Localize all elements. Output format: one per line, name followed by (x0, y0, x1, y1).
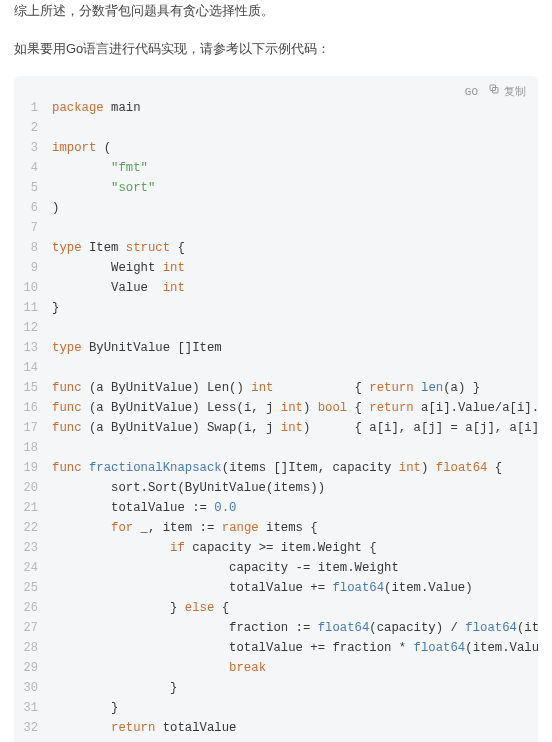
code-content: Weight int (52, 258, 538, 278)
copy-icon (488, 82, 500, 102)
code-content: "fmt" (52, 158, 538, 178)
code-line: 27 fraction := float64(capacity) / float… (14, 618, 538, 638)
line-number: 31 (14, 698, 52, 718)
line-number: 22 (14, 518, 52, 538)
code-line: 24 capacity -= item.Weight (14, 558, 538, 578)
code-line: 18 (14, 438, 538, 458)
code-line: 22 for _, item := range items { (14, 518, 538, 538)
code-content: totalValue := 0.0 (52, 498, 538, 518)
line-number: 15 (14, 378, 52, 398)
code-line: 15func (a ByUnitValue) Len() int { retur… (14, 378, 538, 398)
code-content: } else { (52, 598, 538, 618)
code-line: 9 Weight int (14, 258, 538, 278)
code-content: "sort" (52, 178, 538, 198)
code-content (52, 118, 538, 138)
code-content: return totalValue (52, 718, 538, 738)
line-number: 9 (14, 258, 52, 278)
code-line: 16func (a ByUnitValue) Less(i, j int) bo… (14, 398, 538, 418)
paragraph-intro: 如果要用Go语言进行代码实现，请参考以下示例代码： (14, 38, 538, 60)
code-content: import ( (52, 138, 538, 158)
code-line: 29 break (14, 658, 538, 678)
code-line: 23 if capacity >= item.Weight { (14, 538, 538, 558)
copy-label: 复制 (504, 82, 526, 102)
code-line: 13type ByUnitValue []Item (14, 338, 538, 358)
line-number: 23 (14, 538, 52, 558)
code-line: 7 (14, 218, 538, 238)
code-line: 11} (14, 298, 538, 318)
code-content: break (52, 658, 538, 678)
code-content: } (52, 298, 538, 318)
line-number: 25 (14, 578, 52, 598)
code-block: GO 复制 1package main2 3import (4 "fmt"5 "… (14, 76, 538, 742)
code-content (52, 358, 538, 378)
code-content: capacity -= item.Weight (52, 558, 538, 578)
code-line: 12 (14, 318, 538, 338)
code-content: ) (52, 198, 538, 218)
line-number: 1 (14, 98, 52, 118)
line-number: 5 (14, 178, 52, 198)
line-number: 24 (14, 558, 52, 578)
code-line: 4 "fmt" (14, 158, 538, 178)
code-content: type Item struct { (52, 238, 538, 258)
code-line: 26 } else { (14, 598, 538, 618)
code-content: func (a ByUnitValue) Len() int { return … (52, 378, 538, 398)
code-line: 8type Item struct { (14, 238, 538, 258)
line-number: 28 (14, 638, 52, 658)
line-number: 13 (14, 338, 52, 358)
code-line: 19func fractionalKnapsack(items []Item, … (14, 458, 538, 478)
line-number: 14 (14, 358, 52, 378)
code-line: 28 totalValue += fraction * float64(item… (14, 638, 538, 658)
code-line: 6) (14, 198, 538, 218)
code-content: } (52, 698, 538, 718)
line-number: 10 (14, 278, 52, 298)
line-number: 2 (14, 118, 52, 138)
code-content: sort.Sort(ByUnitValue(items)) (52, 478, 538, 498)
code-content: totalValue += fraction * float64(item.Va… (52, 638, 538, 658)
code-line: 2 (14, 118, 538, 138)
code-header: GO 复制 (465, 82, 526, 102)
language-label: GO (465, 82, 478, 102)
code-content: } (52, 678, 538, 698)
code-line: 32 return totalValue (14, 718, 538, 738)
code-line: 10 Value int (14, 278, 538, 298)
line-number: 32 (14, 718, 52, 738)
code-content (52, 438, 538, 458)
code-line: 20 sort.Sort(ByUnitValue(items)) (14, 478, 538, 498)
line-number: 21 (14, 498, 52, 518)
line-number: 12 (14, 318, 52, 338)
line-number: 16 (14, 398, 52, 418)
line-number: 20 (14, 478, 52, 498)
line-number: 4 (14, 158, 52, 178)
line-number: 11 (14, 298, 52, 318)
line-number: 7 (14, 218, 52, 238)
line-number: 27 (14, 618, 52, 638)
line-number: 6 (14, 198, 52, 218)
code-line: 1package main (14, 98, 538, 118)
line-number: 30 (14, 678, 52, 698)
code-lines: 1package main2 3import (4 "fmt"5 "sort"6… (14, 86, 538, 738)
line-number: 26 (14, 598, 52, 618)
code-content (52, 218, 538, 238)
code-content: Value int (52, 278, 538, 298)
line-number: 29 (14, 658, 52, 678)
line-number: 8 (14, 238, 52, 258)
line-number: 19 (14, 458, 52, 478)
code-content: for _, item := range items { (52, 518, 538, 538)
code-content: fraction := float64(capacity) / float64(… (52, 618, 538, 638)
line-number: 3 (14, 138, 52, 158)
line-number: 17 (14, 418, 52, 438)
code-content: type ByUnitValue []Item (52, 338, 538, 358)
code-content: func (a ByUnitValue) Swap(i, j int) { a[… (52, 418, 538, 438)
code-line: 30 } (14, 678, 538, 698)
code-line: 31 } (14, 698, 538, 718)
code-line: 25 totalValue += float64(item.Value) (14, 578, 538, 598)
article-body: 综上所述，分数背包问题具有贪心选择性质。 如果要用Go语言进行代码实现，请参考以… (0, 0, 552, 742)
paragraph-summary: 综上所述，分数背包问题具有贪心选择性质。 (14, 0, 538, 22)
code-content: totalValue += float64(item.Value) (52, 578, 538, 598)
code-line: 17func (a ByUnitValue) Swap(i, j int) { … (14, 418, 538, 438)
line-number: 18 (14, 438, 52, 458)
copy-button[interactable]: 复制 (488, 82, 526, 102)
code-line: 21 totalValue := 0.0 (14, 498, 538, 518)
code-line: 14 (14, 358, 538, 378)
code-content: if capacity >= item.Weight { (52, 538, 538, 558)
